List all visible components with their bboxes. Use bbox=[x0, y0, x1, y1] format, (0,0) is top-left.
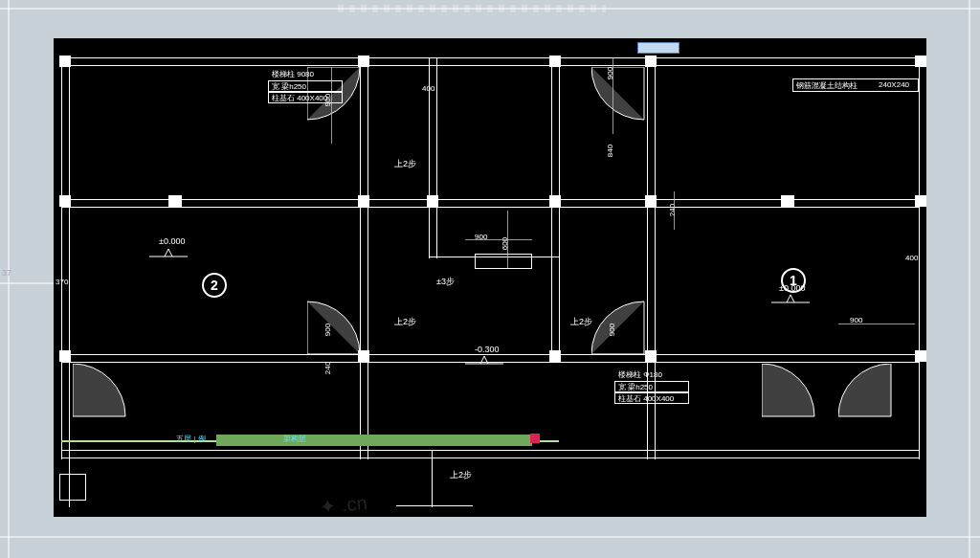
column bbox=[59, 56, 71, 67]
wall-right bbox=[919, 57, 920, 459]
stair-label: 上2步 bbox=[570, 316, 592, 328]
dim-370: 370 bbox=[56, 278, 68, 286]
cad-viewport[interactable]: 2 1 ±0.000 ±0.000 -0.300 上2步 上2步 ±3步 上2步… bbox=[54, 38, 926, 517]
column bbox=[358, 195, 369, 207]
wall-mid-lower-a bbox=[61, 354, 919, 355]
dim-840: 840 bbox=[606, 145, 614, 157]
elev-zero-left: ±0.000 bbox=[159, 236, 185, 246]
elev-marker-icon bbox=[771, 295, 810, 310]
dim-900d: 900 bbox=[608, 324, 616, 336]
toolbar-label-2[interactable]: 架构层 bbox=[283, 434, 306, 444]
column bbox=[168, 195, 182, 207]
column bbox=[427, 195, 438, 207]
wall-int-3a bbox=[551, 57, 552, 362]
outside-dim-37: 37 bbox=[2, 268, 11, 278]
dim-400a: 400 bbox=[422, 84, 434, 93]
ruler-top bbox=[338, 5, 606, 12]
door-arc bbox=[307, 297, 365, 354]
sink-rect bbox=[475, 254, 532, 269]
bg-line bbox=[969, 0, 970, 558]
stair-label: 上2步 bbox=[450, 469, 472, 481]
note-right-dim: 240X240 bbox=[879, 80, 909, 89]
column bbox=[915, 56, 926, 67]
door-arc bbox=[762, 364, 819, 421]
column bbox=[645, 195, 657, 207]
bg-line bbox=[0, 536, 980, 538]
note-col1-l2: 柱基石 400X400 bbox=[272, 93, 327, 103]
wall-mid-upper-b bbox=[61, 207, 919, 208]
column bbox=[549, 56, 561, 67]
door-arc bbox=[838, 364, 896, 421]
dim-ext bbox=[465, 239, 532, 240]
corner-box bbox=[59, 474, 86, 501]
wall-int-3b bbox=[559, 57, 560, 362]
toolbar-label-1[interactable]: 五层 | 例 bbox=[176, 434, 206, 444]
column bbox=[645, 56, 657, 67]
column bbox=[915, 195, 926, 207]
slab-bottom-a bbox=[61, 450, 919, 451]
note-col2-l1: 宽 梁h250 bbox=[618, 382, 653, 392]
note-col2-title: 楼梯柱 Φ180 bbox=[618, 369, 662, 380]
dim-ext bbox=[674, 191, 675, 230]
column bbox=[915, 350, 926, 362]
door-arc bbox=[591, 67, 649, 124]
wall-int-2b bbox=[436, 57, 437, 258]
note-right-text: 钢筋混凝土结构柱 bbox=[796, 80, 858, 91]
door-arc bbox=[591, 297, 649, 354]
room-marker-2: 2 bbox=[202, 273, 227, 298]
column bbox=[59, 195, 71, 207]
elev-marker-icon bbox=[149, 249, 188, 264]
column bbox=[549, 195, 561, 207]
note-col2-l2: 柱基石 400X400 bbox=[618, 393, 674, 404]
bg-line bbox=[8, 0, 10, 558]
dim-240a: 240 bbox=[668, 204, 677, 216]
stair-label: 上2步 bbox=[394, 158, 416, 170]
wall-top-inner bbox=[61, 65, 919, 66]
dim-ext bbox=[838, 324, 915, 324]
wall-int-1b bbox=[368, 57, 368, 459]
door-arc bbox=[73, 364, 130, 421]
dim-400b: 400 bbox=[905, 254, 918, 262]
elev-marker-icon bbox=[465, 356, 503, 371]
stair-label: 上2步 bbox=[394, 316, 416, 328]
note-col1-title: 楼梯柱 9080 bbox=[272, 69, 314, 79]
dim-240b: 240 bbox=[323, 362, 332, 374]
column bbox=[358, 56, 369, 67]
note-col1-l1: 宽 梁h250 bbox=[272, 81, 306, 92]
stair-label: ±3步 bbox=[436, 276, 455, 288]
watermark: ✦ .cn bbox=[319, 480, 467, 517]
wall-left-inner bbox=[69, 65, 70, 452]
elev-zero-right: ±0.000 bbox=[779, 283, 805, 293]
column bbox=[781, 195, 794, 207]
elev-neg: -0.300 bbox=[475, 345, 500, 354]
cad-cursor-tooltip[interactable] bbox=[637, 42, 679, 54]
wall-left-outer bbox=[61, 57, 62, 459]
green-toolbar[interactable] bbox=[216, 435, 532, 446]
dim-900b: 900 bbox=[323, 324, 332, 336]
slab-bottom-b bbox=[61, 458, 919, 458]
dim-ext bbox=[507, 211, 508, 268]
toolbar-swatch[interactable] bbox=[530, 434, 540, 443]
column bbox=[59, 350, 71, 362]
wall-top-outer bbox=[61, 57, 919, 58]
bg-line bbox=[0, 282, 54, 284]
dim-ext bbox=[612, 57, 613, 134]
column bbox=[549, 350, 561, 362]
dim-ext bbox=[331, 67, 332, 144]
